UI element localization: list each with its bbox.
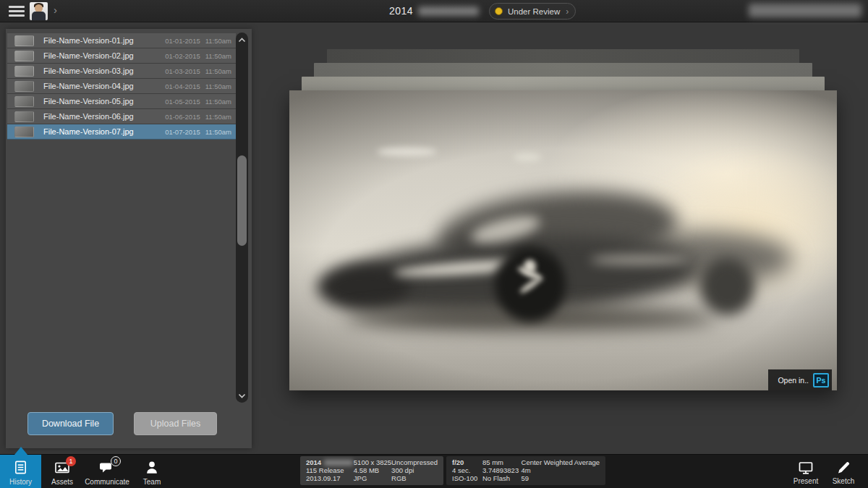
meta-date: 2013.09.17: [306, 475, 354, 483]
file-name: File-Name-Version-07.jpg: [43, 127, 165, 136]
sketch-pencil-icon: [836, 461, 851, 475]
time-text: 11:50am: [205, 128, 231, 136]
download-file-button[interactable]: Download File: [27, 412, 114, 435]
file-thumbnail: [14, 66, 34, 77]
present-monitor-icon: [798, 461, 814, 475]
meta-compression: Uncompressed: [391, 459, 438, 467]
meta-colorspace: RGB: [391, 475, 438, 483]
tab-label: History: [9, 478, 32, 486]
time-text: 11:50am: [205, 67, 231, 75]
file-metadata-panel: 2014 115 Release 2013.09.17 5100 x 3825 …: [300, 456, 443, 485]
meta-dimensions: 5100 x 3825: [354, 459, 391, 467]
open-in-bar[interactable]: Open in.. Ps: [768, 369, 832, 390]
meta-aperture-value: 3.74893823: [482, 467, 522, 475]
date-text: 01-03-2015: [165, 67, 200, 75]
redacted-project-name: [418, 7, 479, 16]
file-row-3[interactable]: File-Name-Version-03.jpg 01-03-201511:50…: [7, 64, 236, 79]
meta-metering: Center Weighted Average: [522, 459, 600, 467]
meta-format: JPG: [354, 475, 391, 483]
file-date: 01-07-201511:50am: [165, 128, 231, 136]
wheel-spoke: [524, 260, 536, 273]
file-version-list: File-Name-Version-01.jpg 01-01-201511:50…: [7, 33, 236, 140]
bottom-bar: History 1 Assets 0 Communicate: [0, 454, 868, 488]
date-text: 01-07-2015: [165, 128, 200, 136]
file-row-4[interactable]: File-Name-Version-04.jpg 01-04-201511:50…: [7, 79, 236, 94]
meta-frame: 59: [522, 475, 600, 483]
time-text: 11:50am: [205, 82, 231, 90]
file-thumbnail: [14, 35, 34, 46]
file-row-7-selected[interactable]: File-Name-Version-07.jpg 01-07-201511:50…: [7, 124, 236, 140]
file-name: File-Name-Version-01.jpg: [43, 36, 165, 45]
meta-release: 115 Release: [306, 467, 354, 475]
file-row-6[interactable]: File-Name-Version-06.jpg 01-06-201511:50…: [7, 109, 236, 124]
hamburger-menu-icon[interactable]: [9, 6, 25, 17]
file-date: 01-05-201511:50am: [165, 98, 231, 106]
blurred-car-image[interactable]: Open in.. Ps: [289, 90, 837, 390]
meta-dpi: 300 dpi: [391, 467, 438, 475]
user-avatar[interactable]: [30, 2, 48, 20]
rear-wheel: [700, 258, 755, 315]
status-dot-icon: [495, 7, 503, 15]
upload-files-button[interactable]: Upload Files: [134, 412, 217, 435]
file-row-1[interactable]: File-Name-Version-01.jpg 01-01-201511:50…: [7, 33, 236, 48]
file-row-2[interactable]: File-Name-Version-02.jpg 01-02-201511:50…: [7, 48, 236, 64]
meta-filesize: 4.58 MB: [354, 467, 391, 475]
status-pill[interactable]: Under Review ›: [489, 3, 576, 20]
file-thumbnail: [14, 111, 34, 122]
meta-distance: 4m: [522, 467, 600, 475]
tab-label: Assets: [51, 478, 73, 486]
tab-history[interactable]: History: [0, 455, 41, 488]
file-row-5[interactable]: File-Name-Version-05.jpg 01-05-201511:50…: [7, 94, 236, 109]
open-in-label: Open in..: [778, 376, 809, 385]
meta-aperture: f/20: [452, 459, 482, 467]
action-label: Sketch: [833, 477, 855, 485]
file-thumbnail: [14, 127, 34, 137]
scroll-up-icon[interactable]: [236, 34, 248, 46]
file-date: 01-03-201511:50am: [165, 67, 231, 75]
file-date: 01-02-201511:50am: [165, 52, 231, 60]
history-list-icon: [13, 460, 28, 475]
tab-communicate[interactable]: 0 Communicate: [83, 455, 131, 488]
file-thumbnail: [14, 96, 34, 107]
assets-badge: 1: [66, 456, 76, 466]
file-date: 01-04-201511:50am: [165, 82, 231, 90]
status-label: Under Review: [508, 7, 560, 16]
meta-shutter: 4 sec.: [452, 467, 482, 475]
tab-team[interactable]: Team: [131, 455, 173, 488]
file-thumbnail: [14, 51, 34, 61]
bottom-tabs: History 1 Assets 0 Communicate: [0, 455, 173, 488]
breadcrumb-chevron-icon: ›: [54, 4, 57, 16]
team-person-icon: [145, 460, 159, 475]
meta-value: 2014: [306, 458, 321, 466]
body-highlight: [590, 255, 689, 264]
file-name: File-Name-Version-06.jpg: [43, 112, 165, 121]
time-text: 11:50am: [205, 113, 231, 121]
action-label: Present: [793, 477, 818, 485]
top-bar: › 2014 Under Review ›: [0, 0, 868, 22]
photoshop-icon[interactable]: Ps: [813, 373, 829, 388]
bottom-actions: Present Sketch: [787, 455, 862, 488]
version-history-sidebar: File-Name-Version-01.jpg 01-01-201511:50…: [6, 29, 252, 448]
tab-label: Team: [143, 478, 161, 486]
date-text: 01-02-2015: [165, 52, 200, 60]
file-thumbnail: [14, 81, 34, 92]
file-date: 01-01-201511:50am: [165, 37, 231, 45]
avatar-body: [32, 12, 46, 20]
communicate-badge: 0: [111, 456, 121, 466]
redacted-meta-value: [324, 460, 353, 466]
redacted-topbar-button[interactable]: [749, 4, 861, 17]
meta-project: 2014: [306, 459, 354, 467]
tab-assets[interactable]: 1 Assets: [41, 455, 83, 488]
meta-flash: No Flash: [482, 475, 522, 483]
blurred-logo-text: [514, 153, 541, 161]
scroll-down-icon[interactable]: [236, 390, 248, 401]
tab-label: Communicate: [85, 478, 129, 486]
blurred-logo-text: [377, 147, 437, 156]
scrollbar-thumb[interactable]: [237, 155, 247, 246]
status-chevron-icon: ›: [566, 7, 569, 17]
app-window: › 2014 Under Review › File-Name-Version-…: [0, 0, 868, 488]
sketch-button[interactable]: Sketch: [825, 455, 862, 488]
present-button[interactable]: Present: [787, 455, 825, 488]
date-text: 01-04-2015: [165, 82, 200, 90]
sidebar-scrollbar[interactable]: [236, 33, 248, 403]
